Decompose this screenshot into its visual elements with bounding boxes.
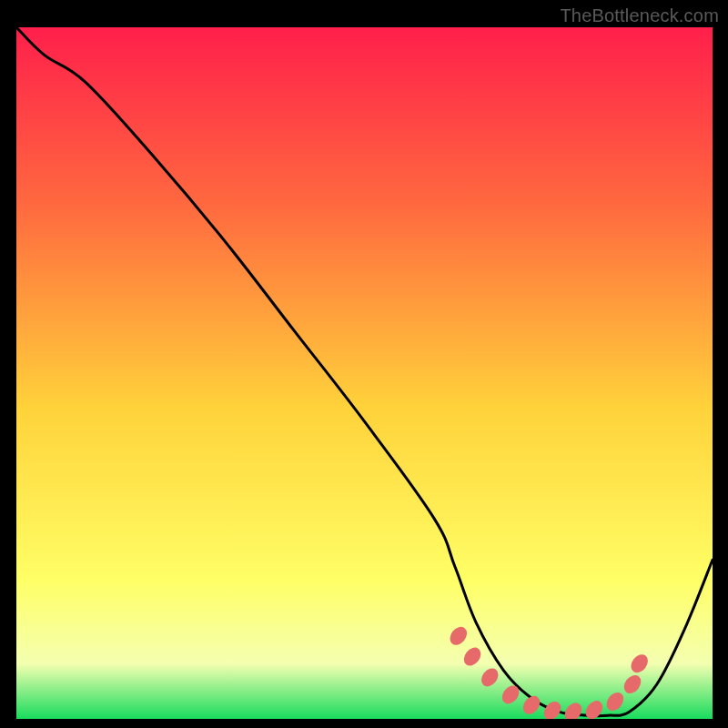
chart-stage: TheBottleneck.com xyxy=(0,0,728,728)
watermark-text: TheBottleneck.com xyxy=(560,5,719,26)
gradient-background xyxy=(16,27,713,719)
chart-svg xyxy=(16,27,713,719)
plot-area xyxy=(16,27,713,719)
